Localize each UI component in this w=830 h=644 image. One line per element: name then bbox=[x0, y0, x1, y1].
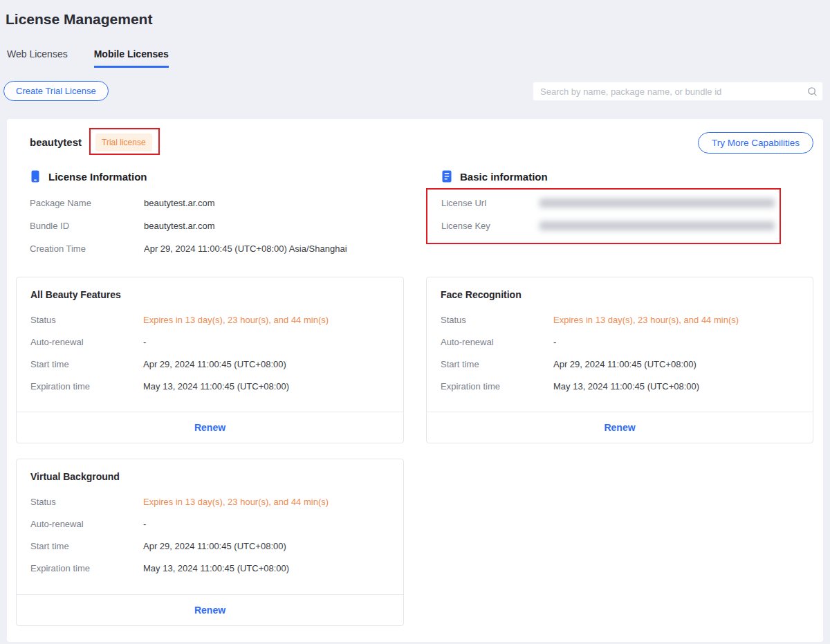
creation-time-row: Creation Time Apr 29, 2024 11:00:45 (UTC… bbox=[30, 242, 417, 255]
status-label: Status bbox=[30, 315, 143, 325]
expiration-time-label: Expiration time bbox=[30, 563, 143, 573]
license-information-header: License Information bbox=[30, 170, 147, 183]
feature-card-face-recognition: Face Recognition Status Expires in 13 da… bbox=[426, 277, 813, 443]
package-name-row: Package Name beautytest.ar.com bbox=[30, 196, 417, 210]
license-key-value-redacted bbox=[540, 221, 775, 230]
status-label: Status bbox=[441, 315, 553, 325]
status-value: Expires in 13 day(s), 23 hour(s), and 44… bbox=[143, 315, 329, 325]
creation-time-value: Apr 29, 2024 11:00:45 (UTC+08:00) Asia/S… bbox=[144, 243, 347, 254]
feature-footer: Renew bbox=[427, 412, 813, 443]
feature-title: Virtual Background bbox=[30, 471, 389, 482]
search-input[interactable] bbox=[533, 86, 804, 97]
document-icon bbox=[441, 170, 452, 183]
mobile-phone-icon bbox=[30, 170, 41, 183]
page-title: License Management bbox=[6, 11, 152, 28]
start-time-row: Start time Apr 29, 2024 11:00:45 (UTC+08… bbox=[441, 358, 799, 371]
bundle-id-label: Bundle ID bbox=[30, 221, 144, 231]
license-card: beautytest Trial license Try More Capabi… bbox=[7, 119, 823, 642]
create-trial-license-button[interactable]: Create Trial License bbox=[3, 81, 109, 101]
expiration-time-row: Expiration time May 13, 2024 11:00:45 (U… bbox=[30, 380, 389, 393]
package-name-value: beautytest.ar.com bbox=[144, 198, 215, 208]
feature-footer: Renew bbox=[17, 594, 403, 625]
renew-button[interactable]: Renew bbox=[194, 422, 225, 433]
license-key-row: License Key bbox=[441, 219, 787, 232]
search-icon[interactable] bbox=[804, 86, 820, 97]
expiration-time-value: May 13, 2024 11:00:45 (UTC+08:00) bbox=[553, 381, 699, 392]
auto-renewal-value: - bbox=[143, 519, 146, 529]
feature-card-virtual-background: Virtual Background Status Expires in 13 … bbox=[16, 459, 404, 626]
basic-information-header: Basic information bbox=[441, 170, 548, 183]
tab-mobile-licenses[interactable]: Mobile Licenses bbox=[94, 48, 169, 68]
status-value: Expires in 13 day(s), 23 hour(s), and 44… bbox=[553, 315, 739, 325]
auto-renewal-value: - bbox=[553, 337, 556, 347]
expiration-time-label: Expiration time bbox=[30, 381, 143, 392]
license-management-page: License Management Web Licenses Mobile L… bbox=[0, 0, 830, 644]
auto-renewal-label: Auto-renewal bbox=[441, 337, 553, 347]
expiration-time-label: Expiration time bbox=[441, 381, 553, 392]
tab-bar: Web Licenses Mobile Licenses bbox=[7, 48, 169, 68]
basic-information-section: License Url License Key bbox=[441, 196, 787, 242]
auto-renewal-value: - bbox=[143, 337, 146, 347]
try-more-capabilities-button[interactable]: Try More Capabilities bbox=[698, 132, 813, 154]
license-key-label: License Key bbox=[441, 221, 540, 231]
renew-button[interactable]: Renew bbox=[604, 422, 635, 433]
status-row: Status Expires in 13 day(s), 23 hour(s),… bbox=[441, 313, 799, 326]
license-url-value-redacted bbox=[540, 199, 775, 208]
start-time-label: Start time bbox=[441, 359, 553, 369]
bundle-id-row: Bundle ID beautytest.ar.com bbox=[30, 219, 417, 232]
start-time-value: Apr 29, 2024 11:00:45 (UTC+08:00) bbox=[143, 541, 286, 551]
license-name: beautytest bbox=[30, 136, 82, 148]
auto-renewal-row: Auto-renewal - bbox=[441, 335, 799, 349]
license-information-section: Package Name beautytest.ar.com Bundle ID… bbox=[30, 196, 417, 265]
status-label: Status bbox=[30, 497, 143, 507]
expiration-time-value: May 13, 2024 11:00:45 (UTC+08:00) bbox=[143, 381, 289, 392]
start-time-row: Start time Apr 29, 2024 11:00:45 (UTC+08… bbox=[30, 540, 389, 553]
license-information-title: License Information bbox=[48, 171, 147, 183]
status-row: Status Expires in 13 day(s), 23 hour(s),… bbox=[30, 313, 389, 326]
feature-title: All Beauty Features bbox=[30, 289, 389, 300]
bundle-id-value: beautytest.ar.com bbox=[144, 221, 215, 231]
auto-renewal-row: Auto-renewal - bbox=[30, 517, 389, 531]
license-url-row: License Url bbox=[441, 196, 787, 210]
auto-renewal-row: Auto-renewal - bbox=[30, 335, 389, 349]
creation-time-label: Creation Time bbox=[30, 243, 144, 254]
license-url-label: License Url bbox=[441, 198, 540, 208]
basic-information-title: Basic information bbox=[460, 171, 548, 183]
feature-title: Face Recognition bbox=[441, 289, 799, 300]
status-row: Status Expires in 13 day(s), 23 hour(s),… bbox=[30, 495, 389, 508]
auto-renewal-label: Auto-renewal bbox=[30, 337, 143, 347]
expiration-time-row: Expiration time May 13, 2024 11:00:45 (U… bbox=[441, 380, 799, 393]
status-value: Expires in 13 day(s), 23 hour(s), and 44… bbox=[143, 497, 329, 507]
expiration-time-value: May 13, 2024 11:00:45 (UTC+08:00) bbox=[143, 563, 289, 573]
feature-footer: Renew bbox=[17, 412, 403, 443]
search-box[interactable] bbox=[533, 82, 823, 101]
start-time-value: Apr 29, 2024 11:00:45 (UTC+08:00) bbox=[143, 359, 286, 369]
start-time-row: Start time Apr 29, 2024 11:00:45 (UTC+08… bbox=[30, 358, 389, 371]
start-time-label: Start time bbox=[30, 359, 143, 369]
start-time-value: Apr 29, 2024 11:00:45 (UTC+08:00) bbox=[553, 359, 697, 369]
package-name-label: Package Name bbox=[30, 198, 144, 208]
expiration-time-row: Expiration time May 13, 2024 11:00:45 (U… bbox=[30, 562, 389, 575]
tab-web-licenses[interactable]: Web Licenses bbox=[7, 48, 68, 68]
auto-renewal-label: Auto-renewal bbox=[30, 519, 143, 529]
feature-card-all-beauty-features: All Beauty Features Status Expires in 13… bbox=[16, 277, 404, 443]
start-time-label: Start time bbox=[30, 541, 143, 551]
renew-button[interactable]: Renew bbox=[194, 605, 225, 616]
trial-license-badge: Trial license bbox=[95, 134, 152, 151]
